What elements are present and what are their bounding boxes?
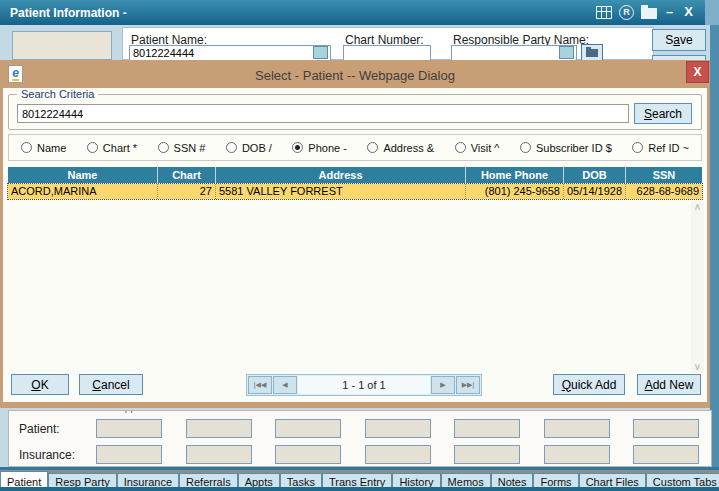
quick-add-button[interactable]: Quick Add [553,374,625,395]
cell-name: ACORD,MARINA [8,184,158,199]
radio-icon [158,142,169,153]
ok-button[interactable]: OK [11,374,69,395]
window-right-edge [710,25,719,467]
search-criteria-legend: Search Criteria [17,88,98,100]
window-close-button[interactable]: X [682,3,695,21]
grid-header: Name Chart Address Home Phone DOB SSN [8,167,702,183]
select-patient-dialog: e Select - Patient -- Webpage Dialog X S… [0,60,710,408]
insurance-row-label: Insurance: [19,448,75,462]
screen: Patient Information - R – X Patient Name… [0,0,719,491]
radio-selected-icon [292,142,303,153]
window-bottom-edge [0,487,719,491]
patient-name-input[interactable] [129,45,331,61]
aging-col-label: 0-30 [186,410,252,413]
aging-column-headers: Unapplied 0-30 31-60 61-90 91-120 121+ T… [96,410,699,413]
column-header-home-phone[interactable]: Home Phone [466,167,564,183]
radio-icon [632,142,643,153]
minimize-button[interactable]: – [664,3,675,21]
search-button[interactable]: Search [634,103,692,124]
cell-address: 5581 VALLEY FORREST [216,184,466,199]
radio-icon [87,142,98,153]
radio-ssn[interactable]: SSN # [158,142,206,154]
cell-chart: 27 [158,184,216,199]
aging-value-box [365,445,431,464]
resp-party-folder-button[interactable] [581,44,603,61]
dialog-close-button[interactable]: X [686,61,709,83]
patient-photo-placeholder [12,31,112,60]
aging-value-box [275,419,341,438]
cancel-button[interactable]: Cancel [79,374,143,395]
folder-icon[interactable] [641,8,657,19]
scrollbar[interactable]: ∧ ∨ [691,201,704,373]
radio-address[interactable]: Address & [367,142,434,154]
cell-ssn: 628-68-9689 [626,184,702,199]
search-input[interactable] [17,104,629,123]
radio-icon [226,142,237,153]
aging-value-box [454,445,520,464]
radio-phone[interactable]: Phone - [292,142,347,154]
aging-col-label: 91-120 [454,410,520,413]
titlebar-icons: R – X [596,3,695,21]
add-new-button[interactable]: Add New [637,374,701,395]
window-title: Patient Information - [10,6,127,20]
titlebar-edge [705,0,719,25]
aging-col-label: Unapplied [96,410,162,413]
aging-value-box [186,419,252,438]
column-header-dob[interactable]: DOB [564,167,626,183]
patient-name-lookup-button[interactable] [313,46,328,59]
dialog-title: Select - Patient -- Webpage Dialog [255,68,455,83]
save-button[interactable]: Save [652,29,706,51]
aging-value-box [633,445,699,464]
aging-col-label: 121+ [544,410,610,413]
column-header-chart[interactable]: Chart [158,167,216,183]
next-page-button[interactable]: ▶ [431,376,455,394]
patient-row-label: Patient: [19,422,60,436]
radio-icon [455,142,466,153]
aging-value-box [454,419,520,438]
rx-icon[interactable]: R [619,5,634,20]
page-indicator: 1 - 1 of 1 [298,376,430,394]
internet-explorer-icon: e [8,65,23,83]
chevron-down-icon[interactable]: ∨ [694,361,701,373]
column-header-ssn[interactable]: SSN [626,167,702,183]
pagination-control: |◀◀ ◀ 1 - 1 of 1 ▶ ▶▶| [246,374,482,396]
aging-value-box [544,419,610,438]
aging-panel: Unapplied 0-30 31-60 61-90 91-120 121+ T… [8,410,712,467]
previous-page-button[interactable]: ◀ [273,376,297,394]
radio-ref-id[interactable]: Ref ID ~ [632,142,689,154]
chart-number-input[interactable] [343,45,431,61]
resp-party-lookup-button[interactable] [559,46,574,59]
window-titlebar: Patient Information - R – X [0,0,719,25]
calculator-icon[interactable] [596,6,612,19]
aging-value-box [96,419,162,438]
patient-header-panel: Patient Name: Chart Number: Responsible … [122,27,654,60]
last-page-button[interactable]: ▶▶| [456,376,480,394]
aging-value-box [544,445,610,464]
aging-value-box [633,419,699,438]
radio-icon [367,142,378,153]
patient-aging-row [96,419,699,438]
chevron-up-icon[interactable]: ∧ [694,201,701,213]
radio-chart[interactable]: Chart * [87,142,137,154]
column-header-address[interactable]: Address [216,167,466,183]
results-grid: Name Chart Address Home Phone DOB SSN AC… [8,167,702,199]
radio-dob[interactable]: DOB / [226,142,272,154]
folder-icon [586,49,598,57]
table-row[interactable]: ACORD,MARINA 27 5581 VALLEY FORREST (801… [8,184,702,199]
search-criteria-fieldset: Search Criteria Search [8,94,702,130]
column-header-name[interactable]: Name [8,167,158,183]
aging-col-label: 31-60 [275,410,341,413]
aging-col-label: Total [633,410,699,413]
aging-value-box [96,445,162,464]
radio-visit[interactable]: Visit ^ [455,142,500,154]
aging-value-box [365,419,431,438]
dialog-body: Search Criteria Search Name Chart * SSN … [3,88,707,402]
first-page-button[interactable]: |◀◀ [248,376,272,394]
aging-col-label: 61-90 [365,410,431,413]
dialog-bottom-bar: OK Cancel |◀◀ ◀ 1 - 1 of 1 ▶ ▶▶| Quick A… [3,374,707,397]
insurance-aging-row [96,445,699,464]
cell-dob: 05/14/1928 [564,184,626,199]
dialog-titlebar: e Select - Patient -- Webpage Dialog X [3,62,707,88]
radio-name[interactable]: Name [21,142,66,154]
radio-subscriber-id[interactable]: Subscriber ID $ [520,142,612,154]
